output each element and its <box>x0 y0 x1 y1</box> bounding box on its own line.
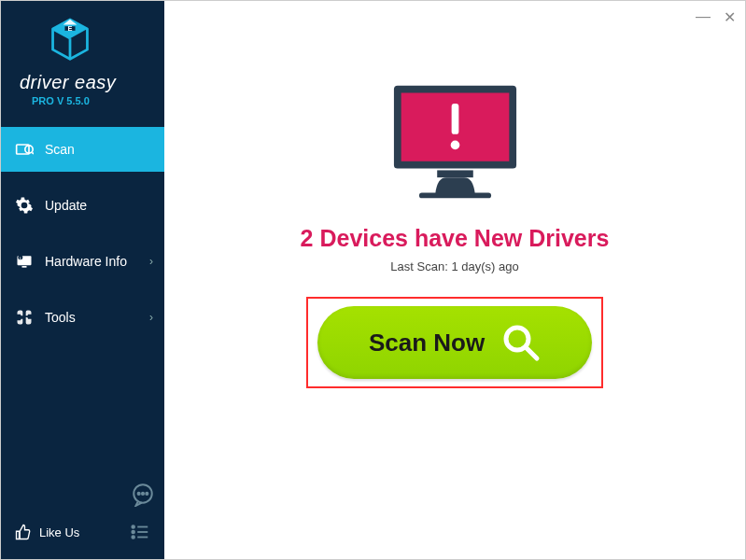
svg-text:i: i <box>20 256 21 260</box>
magnify-icon <box>501 323 541 362</box>
minimize-button[interactable]: — <box>696 8 711 26</box>
tools-icon <box>15 308 34 327</box>
svg-rect-26 <box>418 193 490 199</box>
hardware-info-icon: i <box>15 252 34 271</box>
chat-button[interactable] <box>131 483 155 511</box>
sidebar-item-hardware-info[interactable]: i Hardware Info › <box>1 239 164 284</box>
scan-highlight-box: Scan Now <box>306 297 603 388</box>
scan-icon <box>15 140 34 159</box>
like-us-button[interactable]: Like Us <box>15 524 79 540</box>
nav: Scan Update i Hardware Info › Tools › <box>1 127 164 512</box>
svg-point-15 <box>142 493 144 495</box>
sidebar: E driver easy PRO V 5.5.0 Scan Update <box>1 1 164 559</box>
window-controls: — ✕ <box>696 8 736 26</box>
main-area: — ✕ 2 Devices have New Drivers Last Scan… <box>164 1 745 559</box>
sidebar-item-scan[interactable]: Scan <box>1 127 164 172</box>
svg-rect-27 <box>451 104 458 134</box>
version-label: PRO V 5.5.0 <box>32 95 150 106</box>
svg-point-28 <box>450 141 459 150</box>
scan-button-label: Scan Now <box>369 329 485 357</box>
last-scan-text: Last Scan: 1 day(s) ago <box>390 259 518 273</box>
chat-icon <box>131 483 155 507</box>
sidebar-item-tools[interactable]: Tools › <box>1 295 164 340</box>
close-button[interactable]: ✕ <box>724 8 736 26</box>
monitor-alert-icon <box>383 80 528 206</box>
svg-point-17 <box>132 525 134 528</box>
sidebar-bottom: Like Us <box>1 512 164 559</box>
svg-rect-25 <box>437 170 473 177</box>
app-logo-icon: E <box>48 18 92 63</box>
chevron-right-icon: › <box>149 311 153 324</box>
menu-list-icon[interactable] <box>130 522 150 542</box>
sidebar-item-label: Update <box>45 198 87 213</box>
svg-text:E: E <box>68 24 73 33</box>
brand-name: driver easy <box>20 72 150 93</box>
headline: 2 Devices have New Drivers <box>301 225 610 252</box>
like-us-label: Like Us <box>39 525 79 539</box>
sidebar-item-label: Hardware Info <box>45 254 127 269</box>
svg-point-14 <box>138 493 140 495</box>
thumbs-up-icon <box>15 524 32 540</box>
logo-area: E driver easy PRO V 5.5.0 <box>1 1 164 118</box>
chevron-right-icon: › <box>149 255 153 268</box>
svg-point-21 <box>132 536 134 539</box>
gear-icon <box>15 196 34 215</box>
svg-line-30 <box>527 348 537 358</box>
sidebar-item-update[interactable]: Update <box>1 183 164 228</box>
sidebar-item-label: Tools <box>45 310 76 325</box>
svg-line-8 <box>32 152 34 154</box>
svg-point-16 <box>146 493 148 495</box>
svg-rect-10 <box>22 266 27 268</box>
sidebar-item-label: Scan <box>45 142 75 157</box>
scan-now-button[interactable]: Scan Now <box>317 306 592 379</box>
svg-point-19 <box>132 531 134 534</box>
content: 2 Devices have New Drivers Last Scan: 1 … <box>164 1 745 559</box>
